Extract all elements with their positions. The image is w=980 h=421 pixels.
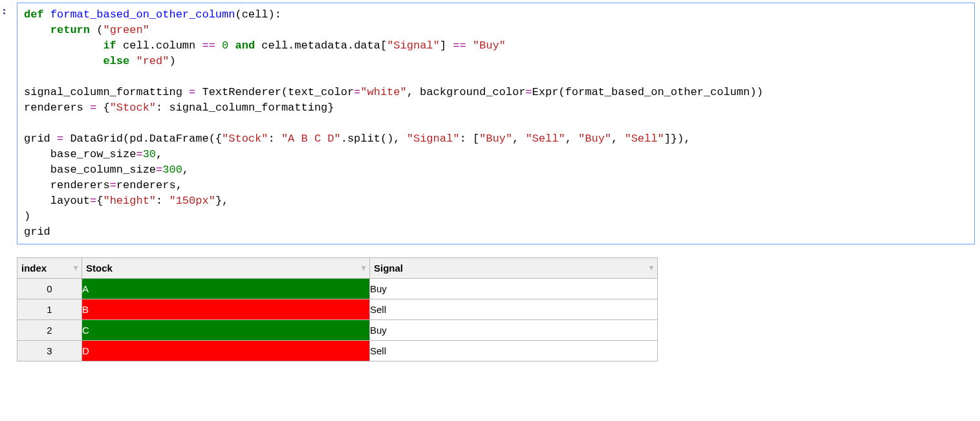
index-cell[interactable]: 2 bbox=[17, 320, 82, 341]
filter-icon[interactable] bbox=[360, 265, 367, 272]
signal-cell[interactable]: Sell bbox=[370, 341, 658, 362]
header-signal[interactable]: Signal bbox=[370, 258, 658, 279]
table-row[interactable]: 3DSell bbox=[17, 341, 658, 362]
code-cell[interactable]: def format_based_on_other_column(cell): … bbox=[17, 3, 975, 244]
table-row[interactable]: 1BSell bbox=[17, 299, 658, 320]
stock-cell[interactable]: D bbox=[82, 341, 370, 362]
header-index-label: index bbox=[21, 263, 47, 274]
index-cell[interactable]: 0 bbox=[17, 279, 82, 299]
stock-cell[interactable]: B bbox=[82, 299, 370, 320]
header-signal-label: Signal bbox=[374, 263, 403, 274]
signal-cell[interactable]: Sell bbox=[370, 299, 658, 320]
table-row[interactable]: 0ABuy bbox=[17, 279, 658, 299]
header-stock[interactable]: Stock bbox=[82, 258, 370, 279]
data-grid[interactable]: index Stock Signal bbox=[17, 257, 658, 362]
signal-cell[interactable]: Buy bbox=[370, 279, 658, 299]
filter-icon[interactable] bbox=[72, 265, 79, 272]
index-cell[interactable]: 1 bbox=[17, 299, 82, 320]
stock-cell[interactable]: A bbox=[82, 279, 370, 299]
header-stock-label: Stock bbox=[86, 263, 113, 274]
output-area: index Stock Signal bbox=[17, 257, 664, 362]
stock-cell[interactable]: C bbox=[82, 320, 370, 341]
input-prompt: : bbox=[1, 5, 7, 17]
header-index[interactable]: index bbox=[17, 258, 82, 279]
index-cell[interactable]: 3 bbox=[17, 341, 82, 362]
header-row: index Stock Signal bbox=[17, 258, 658, 279]
signal-cell[interactable]: Buy bbox=[370, 320, 658, 341]
table-row[interactable]: 2CBuy bbox=[17, 320, 658, 341]
filter-icon[interactable] bbox=[648, 265, 655, 272]
